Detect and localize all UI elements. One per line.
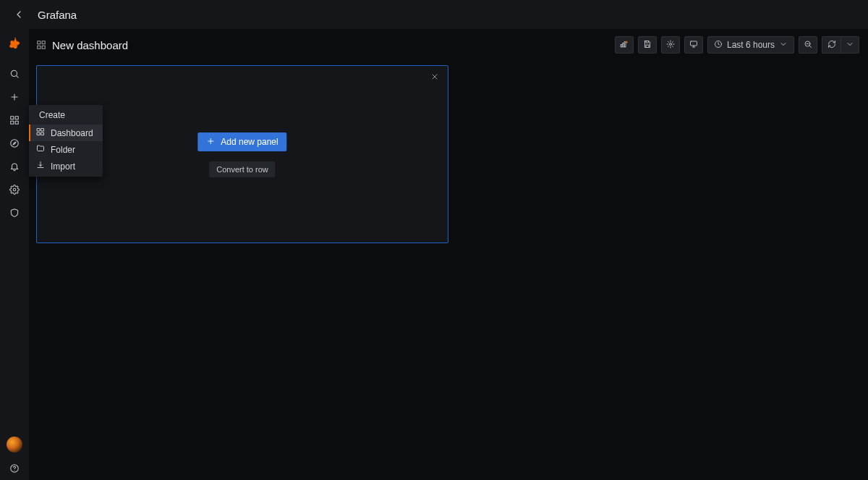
help-icon <box>9 463 20 473</box>
dashboard-settings-button[interactable] <box>661 36 680 54</box>
svg-rect-19 <box>624 41 626 47</box>
save-dashboard-button[interactable] <box>638 36 657 54</box>
chevron-down-icon <box>846 40 854 51</box>
svg-rect-10 <box>41 129 44 132</box>
back-button[interactable] <box>13 9 25 20</box>
create-menu-item-folder[interactable]: Folder <box>29 141 103 158</box>
sidebar-item-configuration[interactable] <box>0 178 29 201</box>
svg-rect-14 <box>42 41 45 44</box>
sidebar-item-search[interactable] <box>0 62 29 85</box>
svg-point-20 <box>669 43 671 45</box>
dashboard-grid-icon <box>36 40 46 50</box>
cycle-view-mode-button[interactable] <box>684 36 703 54</box>
svg-point-5 <box>11 140 19 148</box>
sidebar-item-alerting[interactable] <box>0 155 29 178</box>
create-flyout: Create Dashboard Folder Import <box>29 105 103 177</box>
close-placeholder-button[interactable] <box>429 72 441 83</box>
dashboard-grid-icon <box>36 127 45 138</box>
plus-icon <box>206 137 215 148</box>
sidebar-item-create[interactable] <box>0 85 29 109</box>
svg-rect-4 <box>15 121 18 124</box>
save-icon <box>643 40 652 51</box>
grafana-logo[interactable] <box>4 35 25 55</box>
svg-rect-18 <box>623 43 624 47</box>
add-new-panel-button[interactable]: Add new panel <box>197 132 286 151</box>
create-menu-item-label: Folder <box>51 145 75 155</box>
create-menu-item-dashboard[interactable]: Dashboard <box>29 125 103 141</box>
import-icon <box>36 161 45 172</box>
time-range-label: Last 6 hours <box>727 40 775 50</box>
create-menu-item-label: Dashboard <box>51 128 93 138</box>
close-icon <box>430 72 439 83</box>
svg-rect-15 <box>38 46 41 49</box>
svg-rect-3 <box>11 121 14 124</box>
refresh-icon <box>827 40 836 51</box>
svg-marker-6 <box>13 142 16 145</box>
folder-icon <box>36 144 45 155</box>
svg-point-7 <box>13 188 16 191</box>
add-panel-button[interactable] <box>615 36 634 54</box>
sidebar-item-help[interactable] <box>0 457 29 480</box>
monitor-icon <box>689 40 698 51</box>
time-range-picker[interactable]: Last 6 hours <box>707 36 794 54</box>
user-avatar[interactable] <box>7 437 22 452</box>
dashboard-toolbar: Last 6 hours <box>615 36 859 54</box>
add-new-panel-label: Add new panel <box>221 137 278 147</box>
dashboard-grid-icon <box>9 115 20 125</box>
sidebar-item-explore[interactable] <box>0 132 29 155</box>
create-flyout-title: Create <box>29 105 103 125</box>
refresh-interval-picker[interactable] <box>841 36 859 54</box>
compass-icon <box>9 138 20 148</box>
gear-icon <box>666 40 675 51</box>
svg-rect-12 <box>41 132 44 135</box>
svg-rect-1 <box>11 117 14 119</box>
clock-icon <box>714 40 723 51</box>
svg-rect-11 <box>38 132 41 135</box>
shield-icon <box>9 208 20 218</box>
convert-to-row-label: Convert to row <box>216 165 268 174</box>
convert-to-row-button[interactable]: Convert to row <box>209 161 276 177</box>
plus-icon <box>9 92 20 102</box>
add-panel-icon <box>620 40 629 51</box>
svg-rect-2 <box>15 117 18 119</box>
bell-icon <box>9 161 20 172</box>
svg-point-0 <box>11 70 17 76</box>
svg-rect-13 <box>38 41 41 44</box>
refresh-button[interactable] <box>822 36 841 54</box>
svg-rect-16 <box>42 46 45 49</box>
sidebar-item-admin[interactable] <box>0 201 29 224</box>
dashboard-title[interactable]: New dashboard <box>52 39 128 51</box>
svg-rect-21 <box>690 41 697 46</box>
app-title: Grafana <box>38 9 77 21</box>
zoom-out-button[interactable] <box>799 36 817 54</box>
search-icon <box>9 69 20 79</box>
chevron-down-icon <box>779 40 788 51</box>
gear-icon <box>9 185 20 195</box>
sidebar-item-dashboards[interactable] <box>0 109 29 132</box>
create-menu-item-import[interactable]: Import <box>29 158 103 174</box>
sidebar <box>0 29 29 480</box>
svg-rect-17 <box>621 44 622 47</box>
zoom-out-icon <box>804 40 812 51</box>
create-menu-item-label: Import <box>51 161 75 172</box>
svg-rect-9 <box>38 129 41 132</box>
